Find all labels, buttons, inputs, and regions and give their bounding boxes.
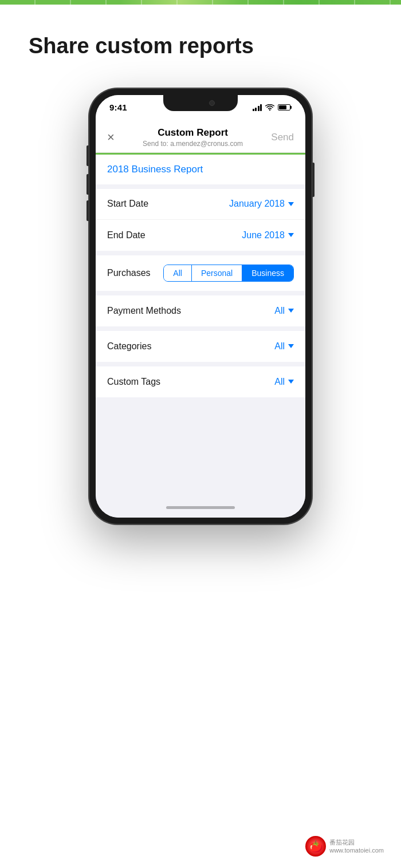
wifi-icon xyxy=(265,104,274,111)
empty-space xyxy=(96,402,305,482)
payment-methods-chevron-icon xyxy=(288,309,294,313)
navigation-bar: × Custom Report Send to: a.mendez@cronus… xyxy=(96,120,305,153)
end-date-label: End Date xyxy=(107,230,146,240)
status-bar: 9:41 xyxy=(96,95,305,120)
purchases-row: Purchases All Personal Business xyxy=(96,255,305,291)
nav-title: Custom Report xyxy=(143,127,243,139)
start-date-text: January 2018 xyxy=(229,199,285,209)
page-title: Share custom reports xyxy=(0,5,401,82)
categories-section: Categories All xyxy=(96,331,305,362)
custom-tags-section: Custom Tags All xyxy=(96,366,305,397)
purchases-section: Purchases All Personal Business xyxy=(96,255,305,291)
end-date-value: June 2018 xyxy=(242,230,294,240)
categories-value: All xyxy=(274,341,294,352)
send-button[interactable]: Send xyxy=(271,132,294,143)
signal-icon xyxy=(253,104,262,111)
custom-tags-label: Custom Tags xyxy=(107,377,160,387)
status-icons xyxy=(253,104,292,111)
end-date-text: June 2018 xyxy=(242,230,285,240)
payment-methods-text: All xyxy=(274,306,285,316)
nav-title-group: Custom Report Send to: a.mendez@cronus.c… xyxy=(143,127,243,148)
watermark-text: 番茄花园www.tomatoiei.com xyxy=(329,838,384,855)
end-date-row[interactable]: End Date June 2018 xyxy=(96,220,305,251)
purchases-toggle-group: All Personal Business xyxy=(163,265,294,282)
phone-screen: 9:41 xyxy=(96,95,305,518)
payment-methods-section: Payment Methods All xyxy=(96,295,305,326)
end-date-chevron-icon xyxy=(288,233,294,237)
nav-subtitle: Send to: a.mendez@cronus.com xyxy=(143,140,243,148)
purchases-label: Purchases xyxy=(107,268,151,278)
custom-tags-chevron-icon xyxy=(288,380,294,384)
top-decorative-bar xyxy=(0,0,401,5)
report-name[interactable]: 2018 Business Report xyxy=(107,164,294,175)
watermark: 🍅 番茄花园www.tomatoiei.com xyxy=(305,836,384,857)
purchases-all-button[interactable]: All xyxy=(164,265,192,281)
payment-methods-label: Payment Methods xyxy=(107,306,181,316)
screen-content: 2018 Business Report Start Date January … xyxy=(96,155,305,498)
status-time: 9:41 xyxy=(109,102,127,112)
payment-methods-value: All xyxy=(274,306,294,316)
custom-tags-text: All xyxy=(274,377,285,387)
categories-row[interactable]: Categories All xyxy=(96,331,305,362)
start-date-row[interactable]: Start Date January 2018 xyxy=(96,189,305,220)
start-date-value: January 2018 xyxy=(229,199,294,209)
watermark-logo-icon: 🍅 xyxy=(305,836,326,857)
categories-chevron-icon xyxy=(288,344,294,348)
home-bar xyxy=(166,506,235,509)
custom-tags-row[interactable]: Custom Tags All xyxy=(96,366,305,397)
start-date-chevron-icon xyxy=(288,202,294,206)
start-date-label: Start Date xyxy=(107,199,148,209)
battery-icon xyxy=(278,104,292,111)
payment-methods-row[interactable]: Payment Methods All xyxy=(96,295,305,326)
purchases-business-button[interactable]: Business xyxy=(242,265,293,281)
categories-text: All xyxy=(274,341,285,352)
purchases-personal-button[interactable]: Personal xyxy=(192,265,242,281)
home-indicator xyxy=(96,498,305,518)
phone-frame: 9:41 xyxy=(89,88,312,524)
report-name-section: 2018 Business Report xyxy=(96,155,305,184)
date-fields-section: Start Date January 2018 End Date June 20… xyxy=(96,189,305,251)
close-button[interactable]: × xyxy=(107,130,115,145)
categories-label: Categories xyxy=(107,341,151,352)
notch xyxy=(163,95,238,111)
front-camera xyxy=(209,100,215,106)
custom-tags-value: All xyxy=(274,377,294,387)
phone-mockup-wrapper: 9:41 xyxy=(0,82,401,547)
